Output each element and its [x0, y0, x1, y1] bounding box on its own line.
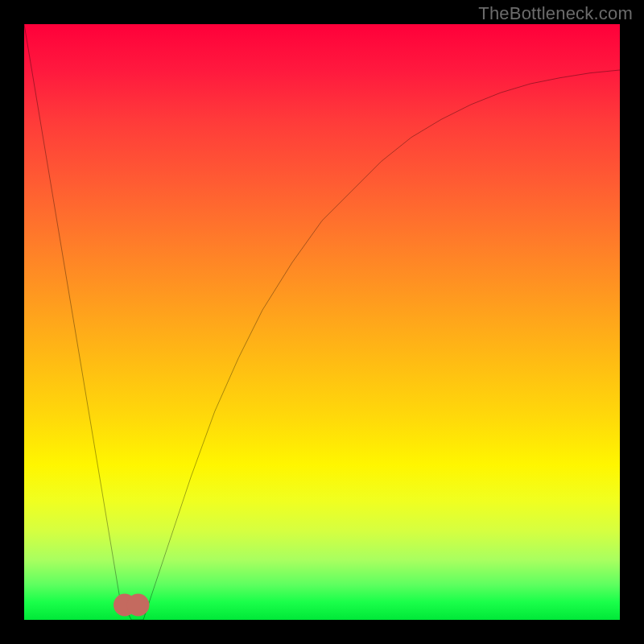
chart-frame: TheBottleneck.com	[0, 0, 644, 644]
watermark-text: TheBottleneck.com	[478, 3, 633, 24]
bottleneck-curve-line	[24, 24, 620, 620]
chart-svg	[24, 24, 620, 620]
optimal-zone-marker	[114, 594, 149, 617]
optimal-zone-lobe-2	[127, 594, 150, 617]
chart-plot-area	[24, 24, 620, 620]
